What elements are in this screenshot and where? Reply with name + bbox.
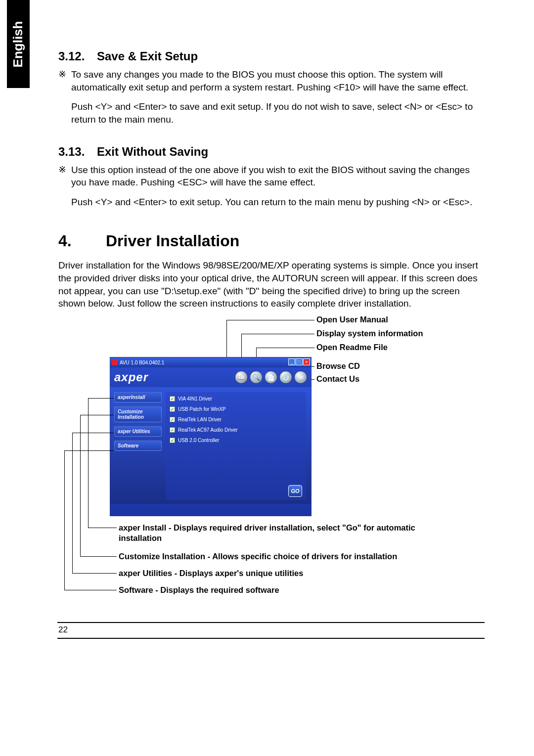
contact-us-icon[interactable]: ✉ xyxy=(294,371,307,384)
leader-line xyxy=(64,450,114,451)
callout-axper-install: axper Install - Displays required driver… xyxy=(119,523,425,544)
readme-icon[interactable]: 📄 xyxy=(265,371,277,384)
section-heading-312: 3.12.Save & Exit Setup xyxy=(58,49,485,63)
driver-list-panel: ✓ VIA 4IN1 Driver ✓ USB Patch for WinXP … xyxy=(166,392,306,500)
driver-label: VIA 4IN1 Driver xyxy=(178,396,212,401)
installer-body: axperInstall Customize Installation axpe… xyxy=(110,387,311,504)
leader-line xyxy=(80,556,117,557)
section-313-p2: Push <Y> and <Enter> to exit setup. You … xyxy=(71,196,485,209)
section-313-body: ※ Use this option instead of the one abo… xyxy=(58,164,485,216)
callout-display-sysinfo: Display system information xyxy=(316,329,423,338)
leader-line xyxy=(64,590,117,590)
chapter-heading-4: 4.Driver Installation xyxy=(58,232,485,250)
section-313-p1: Use this option instead of the one above… xyxy=(71,164,485,189)
installer-sidebar: axperInstall Customize Installation axpe… xyxy=(114,392,162,500)
go-button[interactable]: GO xyxy=(288,485,302,497)
driver-label: RealTek AC97 Audio Driver xyxy=(178,427,238,433)
leader-line xyxy=(80,415,81,556)
leader-line xyxy=(72,433,114,433)
leader-line xyxy=(72,433,73,573)
window-titlebar[interactable]: AVU 1.0 B04.0402.1 _ □ × xyxy=(110,357,311,367)
sidebar-item-customize[interactable]: Customize Installation xyxy=(114,406,162,422)
minimize-icon[interactable]: _ xyxy=(288,358,295,365)
installer-diagram: Open User Manual Display system informat… xyxy=(58,315,485,622)
bullet-icon: ※ xyxy=(58,68,71,133)
leader-line xyxy=(72,573,117,574)
language-tab: English xyxy=(7,0,30,88)
driver-row[interactable]: ✓ VIA 4IN1 Driver xyxy=(170,396,302,401)
bullet-icon: ※ xyxy=(58,164,71,216)
driver-label: USB Patch for WinXP xyxy=(178,406,226,412)
section-num: 3.12. xyxy=(58,49,97,63)
driver-row[interactable]: ✓ USB 2.0 Controller xyxy=(170,438,302,443)
toolbar-icons: 📖 🔍 📄 💿 ✉ xyxy=(235,371,307,384)
section-312-body: ※ To save any changes you made to the BI… xyxy=(58,68,485,133)
sysinfo-icon[interactable]: 🔍 xyxy=(250,371,263,384)
callout-software: Software - Displays the required softwar… xyxy=(119,585,279,595)
sidebar-item-utilities[interactable]: axper Utilities xyxy=(114,426,162,437)
close-icon[interactable]: × xyxy=(303,358,310,365)
maximize-icon[interactable]: □ xyxy=(296,358,303,365)
callout-contact-us: Contact Us xyxy=(316,374,359,384)
driver-row[interactable]: ✓ RealTek LAN Driver xyxy=(170,417,302,422)
checkbox-icon[interactable]: ✓ xyxy=(170,427,175,433)
section-312-p2: Push <Y> and <Enter> to save and exit se… xyxy=(71,100,485,126)
driver-row[interactable]: ✓ RealTek AC97 Audio Driver xyxy=(170,427,302,433)
callout-browse-cd: Browse CD xyxy=(316,361,360,371)
section-title: Exit Without Saving xyxy=(97,145,208,158)
driver-label: RealTek LAN Driver xyxy=(178,417,222,422)
brand-row: axper 📖 🔍 📄 💿 ✉ xyxy=(110,367,311,387)
browse-cd-icon[interactable]: 💿 xyxy=(279,371,292,384)
footer-rule-bottom xyxy=(57,638,485,639)
leader-line xyxy=(88,528,117,528)
sidebar-item-axperinstall[interactable]: axperInstall xyxy=(114,392,162,402)
language-label: English xyxy=(11,21,26,67)
manual-icon[interactable]: 📖 xyxy=(235,371,248,384)
leader-line xyxy=(80,415,114,415)
checkbox-icon[interactable]: ✓ xyxy=(170,438,175,443)
brand-logo: axper xyxy=(114,370,148,384)
page-number: 22 xyxy=(58,625,68,635)
sidebar-item-software[interactable]: Software xyxy=(114,441,162,451)
leader-line xyxy=(241,334,314,334)
leader-line xyxy=(256,348,314,348)
driver-row[interactable]: ✓ USB Patch for WinXP xyxy=(170,406,302,412)
section-title: Save & Exit Setup xyxy=(97,49,198,63)
section-num: 3.13. xyxy=(58,145,97,159)
footer-rule-top xyxy=(57,622,485,623)
callout-axper-utilities: axper Utilities - Displays axper's uniqu… xyxy=(119,568,303,578)
chapter-intro: Driver installation for the Windows 98/9… xyxy=(58,259,485,310)
section-312-p1: To save any changes you made to the BIOS… xyxy=(71,68,485,93)
checkbox-icon[interactable]: ✓ xyxy=(170,406,175,412)
callout-open-user-manual: Open User Manual xyxy=(316,315,388,324)
chapter-title: Driver Installation xyxy=(106,232,239,250)
leader-line xyxy=(64,450,65,590)
chapter-num: 4. xyxy=(58,232,106,250)
section-heading-313: 3.13.Exit Without Saving xyxy=(58,145,485,159)
driver-label: USB 2.0 Controller xyxy=(178,438,219,443)
app-icon xyxy=(112,359,118,365)
leader-line xyxy=(88,398,114,399)
window-title: AVU 1.0 B04.0402.1 xyxy=(120,360,164,365)
leader-line xyxy=(88,398,89,528)
callout-open-readme: Open Readme File xyxy=(316,343,388,352)
page-content: 3.12.Save & Exit Setup ※ To save any cha… xyxy=(0,0,534,622)
installer-window: AVU 1.0 B04.0402.1 _ □ × axper 📖 🔍 📄 💿 ✉ xyxy=(110,357,312,516)
checkbox-icon[interactable]: ✓ xyxy=(170,396,175,401)
leader-line xyxy=(226,320,314,320)
checkbox-icon[interactable]: ✓ xyxy=(170,417,175,422)
callout-customize-install: Customize Installation - Allows specific… xyxy=(119,551,435,562)
